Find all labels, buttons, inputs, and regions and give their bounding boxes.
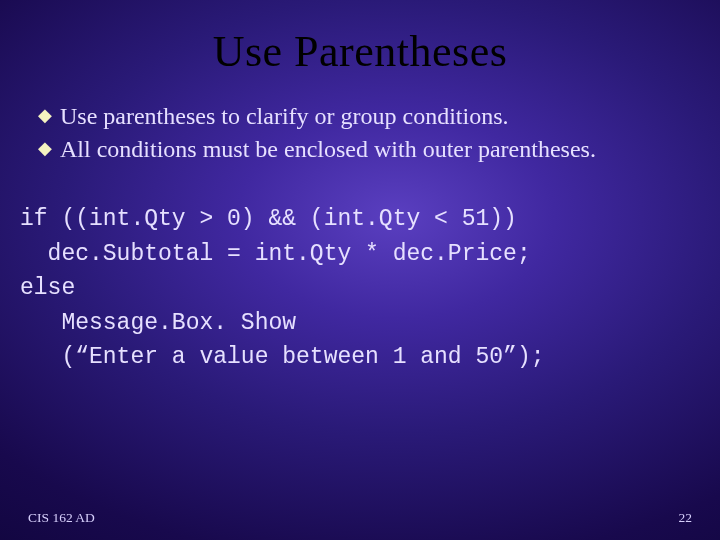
code-line: else (20, 275, 75, 301)
diamond-bullet-icon: ◆ (38, 101, 52, 130)
slide-number: 22 (679, 510, 693, 526)
bullet-text: Use parentheses to clarify or group cond… (60, 101, 682, 132)
bullet-item: ◆ Use parentheses to clarify or group co… (38, 101, 682, 132)
slide: Use Parentheses ◆ Use parentheses to cla… (0, 0, 720, 540)
slide-body: ◆ Use parentheses to clarify or group co… (0, 77, 720, 164)
bullet-item: ◆ All conditions must be enclosed with o… (38, 134, 682, 165)
code-line: Message.Box. Show (20, 310, 296, 336)
code-line: dec.Subtotal = int.Qty * dec.Price; (20, 241, 531, 267)
code-line: if ((int.Qty > 0) && (int.Qty < 51)) (20, 206, 517, 232)
footer-left: CIS 162 AD (28, 510, 95, 526)
slide-title: Use Parentheses (0, 0, 720, 77)
slide-footer: CIS 162 AD 22 (28, 510, 692, 526)
code-block: if ((int.Qty > 0) && (int.Qty < 51)) dec… (0, 166, 720, 375)
code-line: (“Enter a value between 1 and 50”); (20, 344, 545, 370)
bullet-text: All conditions must be enclosed with out… (60, 134, 682, 165)
diamond-bullet-icon: ◆ (38, 134, 52, 163)
